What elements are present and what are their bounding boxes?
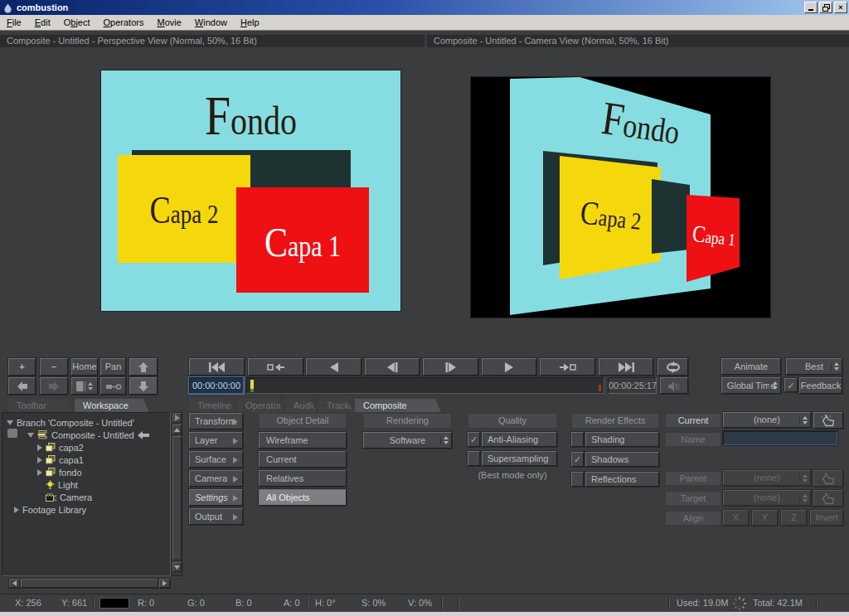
go-to-start-button[interactable]: [189, 358, 245, 376]
anti-aliasing-checkbox[interactable]: ✓: [468, 432, 480, 447]
tab-audio[interactable]: Audio: [285, 399, 317, 412]
expand-icon[interactable]: [37, 469, 42, 476]
tab-timeline[interactable]: Timeline: [189, 399, 235, 412]
mark-in-button[interactable]: [248, 358, 303, 376]
category-camera-button[interactable]: Camera: [189, 470, 243, 487]
expand-icon[interactable]: [14, 507, 19, 513]
tab-composite-controls[interactable]: Composite Controls: [355, 399, 441, 412]
category-transform-button[interactable]: Transform: [189, 413, 243, 429]
tab-toolbar[interactable]: Toolbar: [8, 399, 73, 412]
all-objects-button[interactable]: All Objects: [259, 489, 347, 506]
shadows-label[interactable]: Shadows: [585, 452, 659, 467]
align-z-button[interactable]: Z: [781, 510, 807, 526]
collapse-icon[interactable]: [7, 420, 13, 425]
minimize-button[interactable]: [804, 2, 817, 13]
parent-select[interactable]: (none): [723, 470, 811, 486]
align-x-button[interactable]: X: [723, 510, 749, 526]
page-down-button[interactable]: [129, 377, 158, 395]
horizontal-scroll-thumb[interactable]: [21, 579, 158, 588]
restore-button[interactable]: [819, 2, 832, 13]
tree-vertical-scrollbar[interactable]: [172, 412, 182, 576]
menu-movie[interactable]: Movie: [150, 15, 187, 30]
global-time-select[interactable]: Global Time: [721, 377, 781, 394]
end-time-field[interactable]: 00:00:25:17: [608, 377, 657, 394]
tab-operators[interactable]: Operators: [237, 399, 284, 412]
tree-item-composite[interactable]: Composite - Untitled: [2, 429, 170, 441]
current-time-field[interactable]: 00:00:00:00: [189, 377, 244, 394]
shading-checkbox[interactable]: [571, 432, 584, 447]
loop-button[interactable]: [657, 358, 688, 376]
scroll-right-button[interactable]: [159, 579, 170, 588]
reflections-checkbox[interactable]: [571, 472, 584, 487]
supersampling-label[interactable]: Supersampling: [482, 451, 557, 466]
scroll-down-button[interactable]: [172, 562, 182, 572]
schematic-button[interactable]: [100, 377, 126, 395]
tab-workspace[interactable]: Workspace: [75, 399, 149, 412]
scroll-left-button[interactable]: [9, 579, 20, 588]
category-layer-button[interactable]: Layer: [189, 432, 243, 449]
shadows-checkbox[interactable]: ✓: [571, 452, 584, 467]
feedback-checkbox[interactable]: ✓: [784, 378, 798, 392]
quality-mode-select[interactable]: Best: [786, 358, 842, 375]
tree-item-light[interactable]: Light: [2, 478, 170, 491]
renderer-select[interactable]: Software: [363, 432, 452, 449]
menu-edit[interactable]: Edit: [28, 15, 57, 30]
align-invert-button[interactable]: Invert: [810, 510, 843, 526]
category-surface-button[interactable]: Surface: [189, 451, 243, 468]
supersampling-checkbox[interactable]: [468, 451, 480, 466]
perspective-viewport[interactable]: Fondo Capa 2 Capa 1: [101, 70, 400, 311]
tree-item-capa1[interactable]: capa1: [2, 454, 170, 466]
scroll-up-button[interactable]: [172, 424, 182, 434]
pan-button[interactable]: Pan: [100, 358, 126, 376]
zoom-out-button[interactable]: –: [40, 358, 68, 376]
collapse-icon[interactable]: [27, 433, 34, 438]
tree-item-footage-library[interactable]: Footage Library: [2, 503, 170, 516]
expand-icon[interactable]: [37, 444, 42, 451]
step-forward-button[interactable]: [423, 358, 478, 376]
anti-aliasing-label[interactable]: Anti-Aliasing: [482, 432, 557, 447]
close-button[interactable]: ×: [834, 2, 847, 13]
category-output-button[interactable]: Output: [189, 508, 243, 525]
forward-button[interactable]: [40, 377, 68, 395]
tree-item-capa2[interactable]: capa2: [2, 441, 170, 454]
menu-help[interactable]: Help: [234, 15, 266, 30]
tree-horizontal-scrollbar[interactable]: [8, 578, 171, 589]
category-settings-button[interactable]: Settings: [189, 489, 243, 506]
current-object-pick-button[interactable]: [813, 412, 843, 429]
home-button[interactable]: Home: [71, 358, 98, 376]
shading-label[interactable]: Shading: [585, 432, 659, 447]
target-select[interactable]: (none): [723, 490, 811, 506]
vertical-scroll-thumb[interactable]: [172, 436, 182, 560]
relatives-button[interactable]: Relatives: [259, 470, 347, 487]
target-pick-button[interactable]: [813, 490, 843, 507]
mark-out-button[interactable]: [540, 358, 595, 376]
tab-tracker[interactable]: Tracker: [318, 399, 353, 412]
current-detail-button[interactable]: Current: [259, 451, 347, 468]
menu-operators[interactable]: Operators: [97, 15, 151, 30]
play-reverse-button[interactable]: [306, 358, 361, 376]
name-input[interactable]: [723, 431, 837, 445]
camera-viewport[interactable]: Fondo Capa 2 Capa 1: [471, 77, 770, 318]
parent-pick-button[interactable]: [813, 470, 843, 487]
split-view-button[interactable]: [71, 377, 98, 395]
timeline-slider[interactable]: [246, 377, 604, 394]
expand-icon[interactable]: [37, 457, 42, 463]
feedback-button[interactable]: Feedback: [799, 377, 842, 394]
menu-file[interactable]: File: [0, 15, 28, 30]
zoom-in-button[interactable]: +: [8, 358, 36, 376]
play-button[interactable]: [482, 358, 536, 376]
tree-item-branch[interactable]: Branch 'Composite - Untitled': [2, 416, 170, 429]
page-up-button[interactable]: [129, 358, 158, 376]
playhead-marker[interactable]: [250, 380, 254, 389]
current-object-select[interactable]: (none): [723, 412, 811, 428]
panel-expand-button[interactable]: [172, 413, 182, 423]
tree-item-fondo[interactable]: fondo: [2, 466, 170, 478]
go-to-end-button[interactable]: [599, 358, 653, 376]
animate-button[interactable]: Animate: [721, 358, 781, 375]
audio-mute-button[interactable]: [660, 377, 688, 394]
tree-item-camera[interactable]: Camera: [2, 491, 170, 503]
reflections-label[interactable]: Reflections: [585, 472, 659, 487]
current-row-marker[interactable]: [7, 429, 17, 438]
step-back-button[interactable]: [365, 358, 420, 376]
back-button[interactable]: [8, 377, 36, 395]
